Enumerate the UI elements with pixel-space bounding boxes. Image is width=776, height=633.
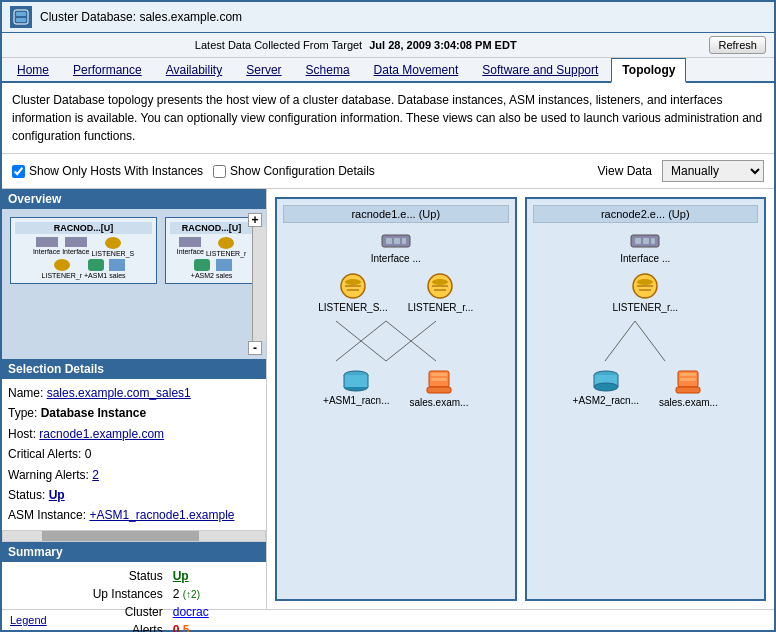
summary-instances-count: 2 <box>173 587 180 601</box>
selection-name-link[interactable]: sales.example.com_sales1 <box>47 386 191 400</box>
svg-point-34 <box>637 279 653 285</box>
view-data-select[interactable]: Manually Automatically <box>662 160 764 182</box>
description-text: Cluster Database topology presents the h… <box>2 83 774 154</box>
show-hosts-checkbox[interactable] <box>12 165 25 178</box>
selection-asm-label: ASM Instance: <box>8 508 86 522</box>
summary-instances-arrow: (↑2) <box>183 589 200 600</box>
selection-warning-link[interactable]: 2 <box>92 468 99 482</box>
show-config-checkbox-label[interactable]: Show Configuration Details <box>213 164 375 178</box>
tab-performance[interactable]: Performance <box>62 58 153 81</box>
data-timestamp: Jul 28, 2009 3:04:08 PM EDT <box>369 39 516 51</box>
tab-home[interactable]: Home <box>6 58 60 81</box>
summary-cluster-value: docrac <box>169 604 256 620</box>
topo-listener-1b-label: LISTENER_r... <box>408 302 474 313</box>
topo-asm-1[interactable]: +ASM1_racn... <box>323 369 389 408</box>
summary-instances-label: Up Instances <box>12 586 167 602</box>
overview-zoom-in[interactable]: + <box>248 213 262 227</box>
topo-node-1: racnode1.e... (Up) Interface ... <box>275 197 517 601</box>
right-panel: racnode1.e... (Up) Interface ... <box>267 189 774 609</box>
selection-name-row: Name: sales.example.com_sales1 <box>8 383 260 403</box>
summary-alerts-critical: 0 <box>173 623 180 632</box>
interface-icon <box>380 231 412 251</box>
svg-rect-5 <box>394 238 400 244</box>
topo-node-1-title: racnode1.e... (Up) <box>283 205 509 223</box>
selection-section: Selection Details Name: sales.example.co… <box>2 359 266 542</box>
topo-db-1[interactable]: sales.exam... <box>410 369 469 408</box>
topo-node-2-items: Interface ... LISTENER_r... <box>533 231 759 408</box>
svg-rect-6 <box>402 238 406 244</box>
data-bar: Latest Data Collected From Target Jul 28… <box>2 33 774 58</box>
overview-section: Overview RACNOD...[U] Interface Interfac… <box>2 189 266 359</box>
summary-row-cluster: Cluster docrac <box>12 604 256 620</box>
topo-listener-2a[interactable]: LISTENER_r... <box>612 272 678 313</box>
summary-row-status: Status Up <box>12 568 256 584</box>
topo-interface-2-label: Interface ... <box>620 253 670 264</box>
listener-icon <box>426 272 454 300</box>
summary-row-instances: Up Instances 2 (↑2) <box>12 586 256 602</box>
selection-host-link[interactable]: racnode1.example.com <box>39 427 164 441</box>
svg-rect-26 <box>431 373 447 376</box>
tab-availability[interactable]: Availability <box>155 58 233 81</box>
topo-db-2[interactable]: sales.exam... <box>659 369 718 408</box>
topo-asm-2-label: +ASM2_racn... <box>573 395 639 406</box>
topo-asm-2[interactable]: +ASM2_racn... <box>573 369 639 408</box>
selection-scrollbar[interactable] <box>2 530 266 542</box>
summary-cluster-link[interactable]: docrac <box>173 605 209 619</box>
topo-node-2-title: racnode2.e... (Up) <box>533 205 759 223</box>
summary-alerts-value: 0 5 <box>169 622 256 632</box>
topo-interface-2[interactable]: Interface ... <box>620 231 670 264</box>
svg-rect-4 <box>386 238 392 244</box>
topo-listener-2a-label: LISTENER_r... <box>612 302 678 313</box>
show-hosts-checkbox-label[interactable]: Show Only Hosts With Instances <box>12 164 203 178</box>
topo-node-2-bottom: +ASM2_racn... sales.exam... <box>573 369 718 408</box>
selection-type-value: Database Instance <box>41 406 146 420</box>
summary-alerts-warning: 5 <box>183 623 190 632</box>
tab-topology[interactable]: Topology <box>611 58 686 83</box>
legend-link[interactable]: Legend <box>10 614 47 626</box>
svg-rect-1 <box>16 12 26 16</box>
overview-scrollbar[interactable] <box>252 227 266 341</box>
show-config-label: Show Configuration Details <box>230 164 375 178</box>
ov-item: Interface <box>33 237 60 257</box>
svg-line-38 <box>635 321 665 361</box>
overview-node-2[interactable]: RACNOD...[U] Interface LISTENER_r +ASM2 … <box>165 217 258 284</box>
selection-warning-label: Warning Alerts: <box>8 468 89 482</box>
selection-critical-label: Critical Alerts: <box>8 447 81 461</box>
app-title: Cluster Database: sales.example.com <box>40 10 242 24</box>
tab-data-movement[interactable]: Data Movement <box>363 58 470 81</box>
selection-asm-link[interactable]: +ASM1_racnode1.example <box>89 508 234 522</box>
overview-node-2-items: Interface LISTENER_r +ASM2 sales <box>170 237 253 279</box>
topo-node-1-bottom: +ASM1_racn... sales.exam... <box>323 369 468 408</box>
overview-node-1[interactable]: RACNOD...[U] Interface Interface LISTENE… <box>10 217 157 284</box>
ov-item: Interface <box>177 237 204 257</box>
overview-zoom-out[interactable]: - <box>248 341 262 355</box>
selection-status-link[interactable]: Up <box>49 488 65 502</box>
svg-point-12 <box>432 279 448 285</box>
refresh-button[interactable]: Refresh <box>709 36 766 54</box>
tab-software-support[interactable]: Software and Support <box>471 58 609 81</box>
topo-node-2-listeners: LISTENER_r... <box>612 272 678 313</box>
tab-server[interactable]: Server <box>235 58 292 81</box>
tab-schema[interactable]: Schema <box>295 58 361 81</box>
topo-listener-1a[interactable]: LISTENER_S... <box>318 272 387 313</box>
data-bar-text: Latest Data Collected From Target Jul 28… <box>10 39 701 51</box>
svg-rect-46 <box>680 378 696 381</box>
summary-status-link[interactable]: Up <box>173 569 189 583</box>
show-config-checkbox[interactable] <box>213 165 226 178</box>
svg-rect-47 <box>676 387 700 393</box>
controls-row: Show Only Hosts With Instances Show Conf… <box>2 154 774 189</box>
svg-rect-28 <box>427 387 451 393</box>
ov-item: LISTENER_r <box>42 259 82 279</box>
svg-point-41 <box>594 383 618 391</box>
listener-icon <box>339 272 367 300</box>
selection-host-label: Host: <box>8 427 36 441</box>
ov-item: LISTENER_r <box>206 237 246 257</box>
selection-scrollbar-thumb <box>42 531 199 541</box>
summary-header: Summary <box>2 542 266 562</box>
topo-interface-1[interactable]: Interface ... <box>371 231 421 264</box>
topo-connections-svg <box>306 321 486 361</box>
topo-listener-1b[interactable]: LISTENER_r... <box>408 272 474 313</box>
topo-node-1-listeners: LISTENER_S... LISTENER_r... <box>318 272 473 313</box>
overview-content: RACNOD...[U] Interface Interface LISTENE… <box>2 209 266 292</box>
ov-item: LISTENER_S <box>91 237 134 257</box>
